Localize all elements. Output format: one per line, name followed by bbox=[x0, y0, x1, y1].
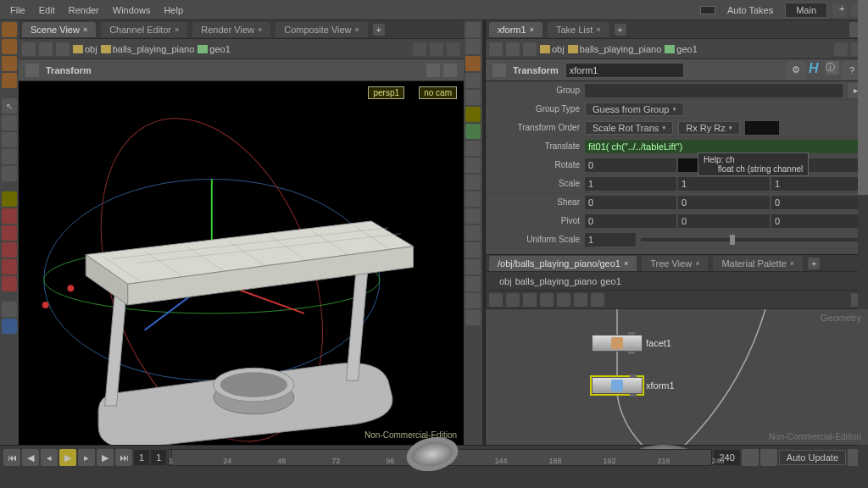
tab-network-path[interactable]: /obj/balls_playing_piano/geo1× bbox=[489, 256, 637, 271]
display-tool-3[interactable] bbox=[465, 56, 481, 71]
display-tool-18[interactable] bbox=[465, 310, 481, 325]
param-nav-back-icon[interactable] bbox=[489, 42, 503, 56]
gear-icon[interactable]: ⚙ bbox=[787, 61, 805, 80]
display-tool-12[interactable] bbox=[465, 208, 481, 224]
node-name-input[interactable] bbox=[565, 63, 684, 78]
play-button[interactable]: ▶ bbox=[59, 449, 76, 466]
net-tab-add[interactable]: + bbox=[808, 258, 820, 269]
shx-field[interactable]: 0 bbox=[585, 196, 676, 209]
sel-grouptype[interactable]: Guess from Group♦ bbox=[585, 103, 684, 116]
rx-field[interactable]: 0 bbox=[585, 158, 676, 172]
tool-brush[interactable] bbox=[2, 132, 17, 147]
sx-field[interactable]: 1 bbox=[585, 177, 676, 191]
net-tool-5-icon[interactable] bbox=[557, 293, 570, 307]
net-tool-grid-icon[interactable] bbox=[506, 293, 520, 307]
next-key-button[interactable]: ▶ bbox=[97, 449, 114, 466]
shz-field[interactable]: 0 bbox=[771, 196, 863, 209]
prev-frame-button[interactable]: ◂ bbox=[41, 449, 58, 466]
tab-composite-view[interactable]: Composite View× bbox=[275, 22, 368, 37]
crumb-obj[interactable]: obj bbox=[73, 44, 97, 54]
tool-components[interactable] bbox=[2, 39, 17, 54]
display-tool-15[interactable] bbox=[465, 259, 481, 274]
tab-tree-view[interactable]: Tree View× bbox=[642, 256, 708, 271]
fld-group[interactable] bbox=[585, 84, 843, 97]
display-tool-11[interactable] bbox=[465, 191, 481, 207]
display-tool-17[interactable] bbox=[465, 293, 481, 308]
sz-field[interactable]: 1 bbox=[771, 177, 863, 191]
tool-group[interactable] bbox=[2, 73, 17, 88]
crumb-geo[interactable]: geo1 bbox=[198, 44, 230, 54]
shy-field[interactable]: 0 bbox=[678, 196, 770, 209]
menu-windows[interactable]: Windows bbox=[106, 5, 158, 15]
tab-scene-view[interactable]: Scene View× bbox=[22, 22, 96, 37]
tool-handle[interactable] bbox=[2, 166, 17, 181]
nav-back-icon[interactable] bbox=[22, 42, 36, 56]
last-frame-button[interactable]: ⏭ bbox=[115, 449, 132, 466]
net-tool-list-icon[interactable] bbox=[489, 293, 503, 307]
param-nav-fwd-icon[interactable] bbox=[506, 42, 520, 56]
param-info-icon[interactable]: ⓘ bbox=[826, 61, 839, 75]
start-frame-field[interactable]: 1 bbox=[134, 450, 149, 465]
display-tool-8[interactable] bbox=[465, 141, 481, 156]
param-tab-add[interactable]: + bbox=[615, 24, 626, 36]
auto-update-menu[interactable]: Auto Update bbox=[779, 450, 846, 465]
tab-add[interactable]: + bbox=[373, 24, 385, 36]
tool-camera[interactable] bbox=[2, 302, 17, 317]
houdini-icon[interactable]: H bbox=[809, 61, 822, 75]
pathbar-tool1-icon[interactable] bbox=[413, 42, 426, 56]
menu-help[interactable]: Help bbox=[157, 5, 190, 15]
tool-xform[interactable] bbox=[2, 191, 17, 207]
param-crumb-scene[interactable]: balls_playing_piano bbox=[568, 44, 662, 54]
net-crumb-geo[interactable]: geo1 bbox=[600, 276, 620, 286]
display-tool-4[interactable] bbox=[465, 73, 481, 88]
nav-up-icon[interactable] bbox=[56, 42, 70, 56]
auto-takes-checkbox[interactable] bbox=[700, 6, 715, 14]
viewport-opt2-icon[interactable] bbox=[443, 64, 457, 77]
param-crumb-obj[interactable]: obj bbox=[540, 44, 565, 54]
uniform-field[interactable]: 1 bbox=[585, 233, 636, 247]
param-scrollbar[interactable] bbox=[858, 81, 868, 255]
network-canvas[interactable]: facet1 xform1 Geometry Non-Commercial-Ed… bbox=[486, 309, 868, 445]
tab-render-view[interactable]: Render View× bbox=[192, 22, 270, 37]
tool-arrow[interactable]: ↖ bbox=[2, 98, 17, 114]
tool-snap3[interactable] bbox=[2, 242, 17, 258]
nav-fwd-icon[interactable] bbox=[39, 42, 53, 56]
sel-rotorder[interactable]: Rx Ry Rz♦ bbox=[678, 121, 740, 135]
tool-snap4[interactable] bbox=[2, 259, 17, 274]
display-tool-1[interactable] bbox=[465, 22, 481, 37]
net-tool-4-icon[interactable] bbox=[540, 293, 554, 307]
desktop-menu[interactable]: Main bbox=[785, 3, 827, 18]
net-tool-tree-icon[interactable] bbox=[523, 293, 537, 307]
tool-lasso[interactable] bbox=[2, 115, 17, 130]
display-tool-9[interactable] bbox=[465, 158, 481, 173]
display-tool-16[interactable] bbox=[465, 276, 481, 291]
menu-edit[interactable]: Edit bbox=[32, 5, 62, 15]
net-tool-6-icon[interactable] bbox=[574, 293, 587, 307]
current-frame-field[interactable]: 1 bbox=[151, 450, 166, 465]
display-tool-6[interactable] bbox=[465, 107, 481, 122]
param-pin2-icon[interactable] bbox=[834, 42, 848, 56]
viewport-opt1-icon[interactable] bbox=[426, 64, 440, 77]
sy-field[interactable]: 1 bbox=[678, 177, 770, 191]
pathbar-tool3-icon[interactable] bbox=[447, 42, 460, 56]
tool-fuse[interactable] bbox=[2, 56, 17, 71]
display-tool-14[interactable] bbox=[465, 242, 481, 258]
realtime-button[interactable] bbox=[742, 449, 759, 466]
tool-render[interactable] bbox=[2, 319, 17, 334]
node-xform1[interactable]: xform1 bbox=[592, 377, 675, 394]
tab-take-list[interactable]: Take List× bbox=[548, 22, 609, 37]
menu-render[interactable]: Render bbox=[62, 5, 106, 15]
tool-snap1[interactable] bbox=[2, 208, 17, 224]
menu-file[interactable]: File bbox=[3, 5, 32, 15]
tab-xform1[interactable]: xform1× bbox=[489, 22, 542, 37]
display-tool-10[interactable] bbox=[465, 175, 481, 190]
node-facet1[interactable]: facet1 bbox=[592, 335, 671, 352]
prev-key-button[interactable]: ◀ bbox=[22, 449, 39, 466]
net-tool-7-icon[interactable] bbox=[591, 293, 604, 307]
nocam-badge[interactable]: no cam bbox=[419, 86, 457, 99]
py-field[interactable]: 0 bbox=[678, 214, 770, 228]
net-crumb-scene[interactable]: balls_playing_piano bbox=[515, 276, 598, 286]
tool-snap2[interactable] bbox=[2, 225, 17, 241]
display-tool-7[interactable] bbox=[465, 124, 481, 139]
px-field[interactable]: 0 bbox=[585, 214, 676, 228]
